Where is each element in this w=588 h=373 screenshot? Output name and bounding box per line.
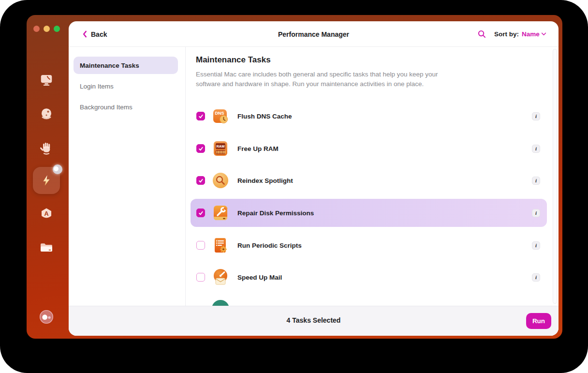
free-up-ram-icon: RAM xyxy=(212,140,229,157)
info-icon[interactable]: i xyxy=(532,241,540,250)
info-icon[interactable]: i xyxy=(532,273,540,282)
imac-icon[interactable] xyxy=(38,72,55,88)
dns-cache-icon: DNS xyxy=(212,107,229,125)
task-row-repair-disk-permissions[interactable]: Repair Disk Permissions i xyxy=(191,199,547,227)
task-label: Repair Disk Permissions xyxy=(237,209,314,217)
sphere-icon[interactable] xyxy=(38,106,55,122)
task-checkbox[interactable] xyxy=(196,241,205,250)
app-root: A Back Performance Manager Sort xyxy=(0,0,588,373)
info-icon[interactable]: i xyxy=(532,112,540,120)
info-icon[interactable]: i xyxy=(532,177,540,185)
task-row-speed-up-mail[interactable]: Speed Up Mail i xyxy=(191,263,547,291)
info-icon[interactable]: i xyxy=(532,145,540,153)
sidebar-item-login-items[interactable]: Login Items xyxy=(74,77,178,95)
check-icon xyxy=(198,146,204,151)
task-checkbox[interactable] xyxy=(196,273,205,282)
task-label: Reindex Spotlight xyxy=(237,177,293,184)
check-icon xyxy=(198,178,204,183)
reindex-spotlight-icon xyxy=(212,172,229,189)
sort-by-control[interactable]: Sort by: Name xyxy=(494,21,546,47)
minimize-button[interactable] xyxy=(44,26,50,32)
task-checkbox[interactable] xyxy=(196,144,205,153)
sort-value[interactable]: Name xyxy=(522,30,546,38)
sort-by-label: Sort by: xyxy=(494,30,519,38)
bottom-bar: 4 Tasks Selected Run xyxy=(69,306,559,336)
chevron-down-icon xyxy=(541,32,546,36)
zoom-button[interactable] xyxy=(54,26,60,32)
repair-disk-permissions-icon xyxy=(212,204,229,222)
notification-badge xyxy=(53,164,62,174)
task-checkbox[interactable] xyxy=(196,112,205,120)
hexagon-a-icon[interactable]: A xyxy=(38,206,55,223)
run-button[interactable]: Run xyxy=(526,313,551,329)
task-checkbox[interactable] xyxy=(196,176,205,185)
info-icon[interactable]: i xyxy=(532,209,540,217)
sidebar-divider xyxy=(185,47,186,306)
content-panel: Back Performance Manager Sort by: Name M… xyxy=(69,21,559,336)
sort-value-label: Name xyxy=(522,30,540,38)
svg-text:A: A xyxy=(44,210,48,217)
speed-up-mail-icon xyxy=(212,269,229,286)
section-title: Maintenance Tasks xyxy=(196,55,271,65)
sidebar-item-maintenance-tasks[interactable]: Maintenance Tasks xyxy=(74,57,178,74)
task-label: Speed Up Mail xyxy=(237,274,282,281)
inner-sidebar: Maintenance Tasks Login Items Background… xyxy=(69,47,185,306)
run-periodic-scripts-icon xyxy=(212,237,229,254)
svg-text:DNS: DNS xyxy=(215,111,224,116)
folder-icon[interactable] xyxy=(38,239,55,256)
task-label: Flush DNS Cache xyxy=(237,113,292,120)
section-description: Essential Mac care includes both general… xyxy=(196,70,440,89)
assistant-avatar-icon[interactable] xyxy=(38,309,55,325)
search-icon xyxy=(478,30,486,38)
scrollbar-thumb[interactable] xyxy=(553,49,557,304)
task-row-reindex-spotlight[interactable]: Reindex Spotlight i xyxy=(191,166,547,194)
check-icon xyxy=(198,210,204,216)
task-row-run-periodic-scripts[interactable]: Run Periodic Scripts i xyxy=(191,231,547,259)
task-checkbox[interactable] xyxy=(196,209,205,217)
panel-header: Back Performance Manager Sort by: Name xyxy=(69,21,559,47)
search-button[interactable] xyxy=(475,27,488,41)
task-label: Run Periodic Scripts xyxy=(237,242,302,249)
sidebar-item-background-items[interactable]: Background Items xyxy=(74,98,178,116)
hand-icon[interactable] xyxy=(38,140,55,156)
traffic-lights xyxy=(33,26,60,32)
svg-text:RAM: RAM xyxy=(216,144,224,149)
task-row-flush-dns-cache[interactable]: DNS Flush DNS Cache i xyxy=(191,102,547,130)
task-row-free-up-ram[interactable]: RAM Free Up RAM i xyxy=(191,134,547,163)
tasks-selected-status: 4 Tasks Selected xyxy=(69,316,559,324)
check-icon xyxy=(198,114,204,119)
lightning-icon[interactable] xyxy=(40,174,53,187)
close-button[interactable] xyxy=(33,26,40,32)
task-label: Free Up RAM xyxy=(237,145,279,152)
